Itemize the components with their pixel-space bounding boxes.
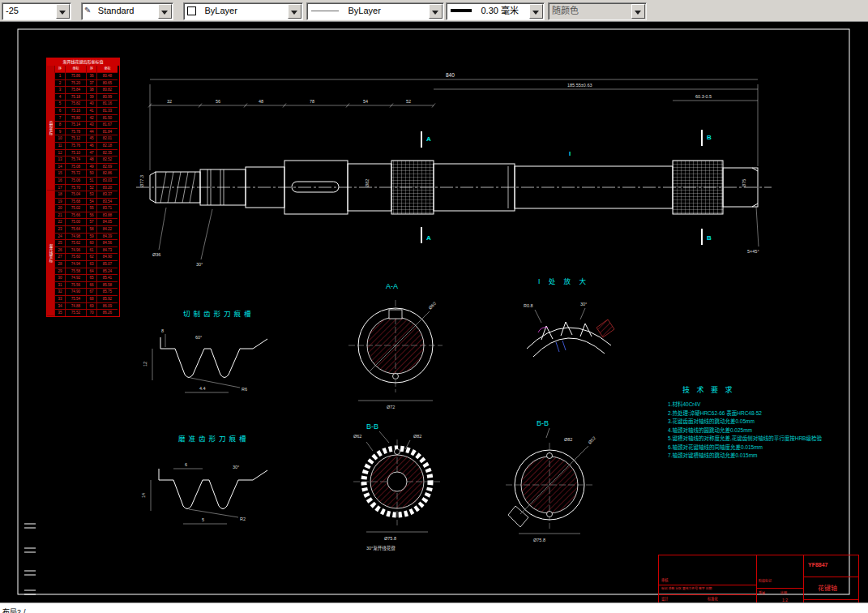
dim-t1-h: 8 [161,328,164,333]
dim-bb2-diag: Ø52 [587,435,596,445]
table-cell: 75.08 [65,163,86,170]
table-cell: 84.90 [96,253,118,260]
plotstyle-combo-arrow[interactable] [631,4,645,19]
table-cell: 75.60 [65,253,86,260]
table-cell: 50 [86,169,96,177]
table-cell: 26 [54,246,65,254]
shaft-spline-band-1 [391,161,434,214]
table-cell: 81.16 [96,100,118,107]
color-combo[interactable]: ByLayer [183,2,303,20]
title-block-name: 花键轴 [818,583,837,592]
section-aa-view[interactable]: A-A Ø60 Ø72 [348,282,443,409]
table-cell: 85.92 [96,295,118,302]
detail1-dim-lines [152,334,240,392]
title-block-role-check: 审核 [661,577,668,582]
text-style-combo[interactable]: ✎ Standard [81,2,173,20]
table-cell: 61 [86,246,96,254]
detail2-title: 磨准齿形刀痕槽 [178,435,250,443]
table-cell: 35 [54,309,65,316]
table-cell: 67 [86,288,96,295]
dim-seg4: 78 [310,99,314,104]
drawing-canvas[interactable]: 840 185.55±0.63 60.3-0.5 32 56 48 78 54 … [0,21,868,602]
section-bb2-view[interactable]: B-B Ø52 Ø82 Ø75.8 [506,419,596,542]
table-cell: 81.33 [96,107,118,114]
bb1-hole-top [395,449,400,455]
dim-seg3: 48 [259,99,263,104]
table-cell: 74.88 [65,302,86,310]
layer-combo[interactable]: -25 [2,2,71,20]
table-cell: 4 [54,93,65,101]
dim-thread: Ø36 [152,252,160,257]
shaft-spline-band-2 [673,161,723,214]
table-cell: 57 [86,218,96,225]
chevron-down-icon [532,11,539,18]
marker-b-bottom: B [707,234,712,242]
tech-requirement-item: 3.花键齿面对轴线的跳动允差0.05mm [668,418,846,427]
table-cell: 84.05 [96,218,118,225]
table-cell: 75.58 [65,268,86,275]
color-swatch-icon [187,6,196,15]
bb2-hole-top [547,453,553,459]
table-cell: 1 [54,72,65,79]
plotstyle-combo[interactable]: 随颜色 [548,2,647,20]
table-cell: 63 [86,260,96,268]
table-cell: 17 [54,184,65,191]
shaft-main-view[interactable] [136,161,772,214]
table-cell: 7 [54,114,65,122]
table-cell: 75.80 [65,114,86,122]
table-cell: 83.03 [96,177,118,184]
i-arcs [527,328,611,357]
title-block-rule [803,577,858,577]
tooth-detail-2[interactable]: 磨准齿形刀痕槽 6 30° R2 14 5 [141,435,267,524]
table-cell: 8 [54,121,65,128]
detail-i-view[interactable]: I 处 放 大 R0.8 30° [524,277,614,357]
table-cell: 6 [54,107,65,114]
table-cell: 81.67 [96,121,118,128]
detail1-profile [160,337,267,378]
dim-bb1-note: 30°渐开线花键 [366,545,396,551]
dim-t1-r: R6 [242,387,247,392]
table-cell: 12 [54,149,65,156]
chevron-down-icon [59,11,66,18]
color-combo-arrow[interactable] [288,4,301,19]
text-style-combo-arrow[interactable] [158,4,172,19]
dim-dia-mid: Ø82 [365,179,370,187]
lineweight-combo[interactable]: 0.30 毫米 [446,2,545,20]
table-cell: 18 [54,191,65,198]
table-cell: 74.92 [65,274,86,281]
table-cell: 85.75 [96,288,118,295]
layout-tab[interactable]: 布局2 [0,608,21,613]
bb2-hole-bottom [547,512,553,517]
table-cell: 52 [86,184,96,191]
table-cell: 54 [86,198,96,205]
detail1-title: 切制齿形刀痕槽 [183,310,254,318]
layer-combo-arrow[interactable] [56,4,70,19]
dim-t1-w: 4.4 [199,386,206,391]
linetype-combo-arrow[interactable] [429,4,443,19]
lineweight-combo-arrow[interactable] [529,4,543,19]
table-cell: 75.02 [65,204,86,212]
table-cell: 75.04 [65,191,86,198]
table-cell: 83.20 [96,184,118,191]
section-bb1-view[interactable]: B-B Ø82 Ø62 Ø75.8 30°渐开线花键 [353,422,441,551]
linetype-sample-icon [311,11,339,11]
table-cell: 22 [54,218,65,225]
title-block-rule [659,585,756,585]
table-cell: 38 [86,86,96,93]
table-cell: 14 [54,163,65,170]
table-side-strip: 齿形坐标 渐开线坐标 [47,66,54,316]
i-magenta-arc [538,328,548,332]
linetype-combo[interactable]: ByLayer [306,2,444,20]
dim-t2-depth: 14 [141,493,146,498]
table-cell: 83.37 [96,191,118,198]
i-teeth [541,322,592,340]
dim-aa-d1: Ø60 [427,301,437,311]
dim-chamfer: 5×45° [747,249,759,254]
table-cell: 43 [86,121,96,128]
tooth-detail-1[interactable]: 切制齿形刀痕槽 8 60° R6 4.4 12 [143,310,267,392]
table-cell: 9 [54,128,65,135]
title-block-rule [659,594,756,595]
table-cell: 83.88 [96,212,118,219]
table-cell: 75.56 [65,281,86,289]
plotstyle-combo-value: 随颜色 [549,3,579,18]
